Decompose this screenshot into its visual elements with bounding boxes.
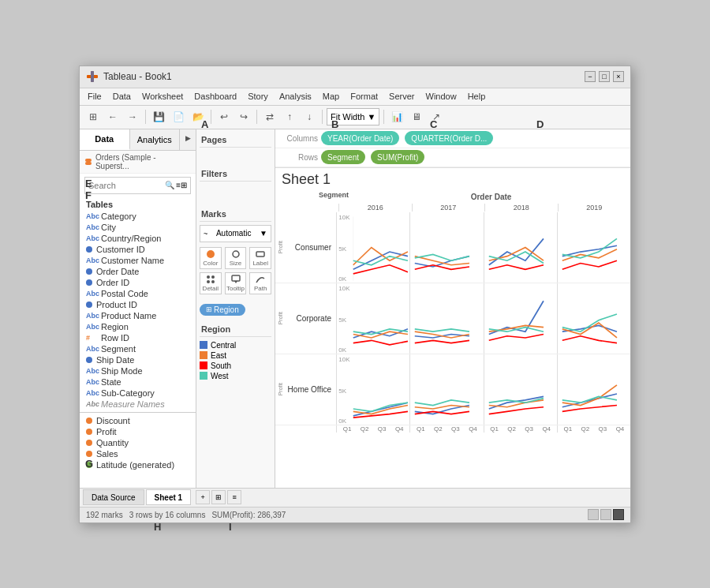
field-ship-date[interactable]: Ship Date [80,354,196,365]
field-city[interactable]: Abc City [80,222,196,233]
field-category[interactable]: Abc Category [80,211,196,222]
field-discount[interactable]: Discount [80,415,196,426]
new-button[interactable]: 📄 [170,108,187,125]
dropdown-arrow-icon: ▼ [367,112,376,122]
menu-dashboard[interactable]: Dashboard [189,90,241,103]
color-mark-button[interactable]: Color [200,247,222,269]
field-order-date[interactable]: Order Date [80,266,196,277]
field-sales[interactable]: Sales [80,448,196,459]
dashboard-icon[interactable]: ⊞ [211,490,226,504]
detail-mark-button[interactable]: Detail [200,272,222,294]
data-source-tab[interactable]: Data Source [83,489,144,505]
present-button[interactable]: 🖥 [408,108,425,125]
undo-button[interactable]: ↩ [215,108,233,125]
size-mark-button[interactable]: Size [225,247,247,269]
show-me-button[interactable]: 📊 [388,108,405,125]
menu-story[interactable]: Story [243,90,273,103]
columns-pill-quarter[interactable]: QUARTER(Order D... [405,131,493,145]
menu-map[interactable]: Map [318,90,344,103]
menu-format[interactable]: Format [346,90,383,103]
field-segment[interactable]: Abc Segment [80,343,196,354]
chart-svg-consumer-2016: 10K 5K 0K [337,212,409,283]
field-product-id[interactable]: Product ID [80,299,196,310]
field-profit[interactable]: Profit [80,426,196,437]
swap-button[interactable]: ⇄ [261,108,278,125]
tab-analytics[interactable]: Analytics [130,129,181,150]
field-region[interactable]: Abc Region [80,321,196,332]
blue-dot-icon [86,357,92,363]
field-measure-names[interactable]: Abc Measure Names [80,399,196,410]
field-latitude[interactable]: Latitude (generated) [80,459,196,470]
panel-expand-icon[interactable]: ▶ [180,129,196,147]
tab-data[interactable]: Data [80,129,130,150]
status-marks: 192 marks [86,511,123,519]
sort-asc-button[interactable]: ↑ [281,108,298,125]
search-input[interactable] [88,181,165,190]
legend-central: Central [200,340,271,350]
redo-button[interactable]: ↪ [235,108,252,125]
q4-2016: Q4 [395,425,404,433]
marks-section: Marks ~ Automatic ▼ Color Size [200,207,271,316]
profit-axis-corporate: Profit [275,283,285,354]
menu-worksheet[interactable]: Worksheet [137,90,188,103]
region-pill[interactable]: ⊞ Region [200,304,245,316]
sort-desc-button[interactable]: ↓ [301,108,318,125]
chart-corporate-2019 [557,283,630,354]
chart-svg-consumer-2019 [558,212,630,283]
tableau-logo-icon [86,70,99,83]
chart-svg-corp-2017 [410,283,483,354]
chart-consumer-2016: 10K 5K 0K [336,212,409,283]
field-row-id[interactable]: # Row ID [80,332,196,343]
tables-label: Tables [80,197,196,211]
orange-dot-icon [86,440,92,446]
source-name: Orders (Sample - Superst... [95,153,191,170]
save-button[interactable]: 💾 [150,108,167,125]
menu-analysis[interactable]: Analysis [275,90,316,103]
status-sum-profit: SUM(Profit): 286,397 [211,511,286,519]
field-quantity[interactable]: Quantity [80,437,196,448]
field-customer-id[interactable]: Customer ID [80,244,196,255]
chart-consumer-2019 [557,212,630,283]
rows-pill-profit[interactable]: SUM(Profit) [371,150,424,164]
forward-button[interactable]: → [124,108,141,125]
field-state[interactable]: Abc State [80,376,196,388]
field-country[interactable]: Abc Country/Region [80,233,196,244]
search-container: 🔍 ≡ ⊞ [84,177,191,194]
story-icon[interactable]: ≡ [227,490,241,504]
status-icon-1 [588,509,599,520]
rows-pill-segment[interactable]: Segment [321,150,365,164]
year-labels-row: 2016 2017 2018 2019 [275,204,630,212]
back-button[interactable]: ← [104,108,121,125]
path-mark-button[interactable]: Path [249,272,271,294]
menu-window[interactable]: Window [421,90,462,103]
field-customer-name[interactable]: Abc Customer Name [80,255,196,266]
field-postal-code[interactable]: Abc Postal Code [80,288,196,299]
abc-icon: Abc [86,223,97,231]
divider [80,412,196,413]
q1-2017: Q1 [417,425,425,433]
menu-server[interactable]: Server [384,90,419,103]
field-ship-mode[interactable]: Abc Ship Mode [80,365,196,376]
field-product-name[interactable]: Abc Product Name [80,310,196,321]
field-order-id[interactable]: Order ID [80,277,196,288]
menu-help[interactable]: Help [463,90,491,103]
svg-point-5 [207,250,215,258]
middle-panel: Pages Filters Marks ~ Automatic ▼ Color [196,129,275,488]
label-mark-button[interactable]: Label [249,247,271,269]
tooltip-mark-button[interactable]: Tooltip [225,272,247,294]
close-button[interactable]: × [613,71,624,82]
minimize-button[interactable]: − [585,71,596,82]
menu-file[interactable]: File [83,90,106,103]
toolbar-sep-5 [383,110,384,124]
marks-type-dropdown[interactable]: ~ Automatic ▼ [200,225,271,242]
new-sheet-icon[interactable]: + [196,490,210,504]
status-bar: 192 marks 3 rows by 16 columns SUM(Profi… [80,507,630,522]
tableau-home-button[interactable]: ⊞ [84,108,102,125]
tooltip-icon [231,275,241,284]
sheet1-tab[interactable]: Sheet 1 [146,489,192,505]
maximize-button[interactable]: □ [599,71,610,82]
menu-data[interactable]: Data [108,90,136,103]
field-sub-category[interactable]: Abc Sub-Category [80,388,196,399]
abc-icon: Abc [86,212,97,220]
columns-pill-year[interactable]: YEAR(Order Date) [321,131,399,145]
